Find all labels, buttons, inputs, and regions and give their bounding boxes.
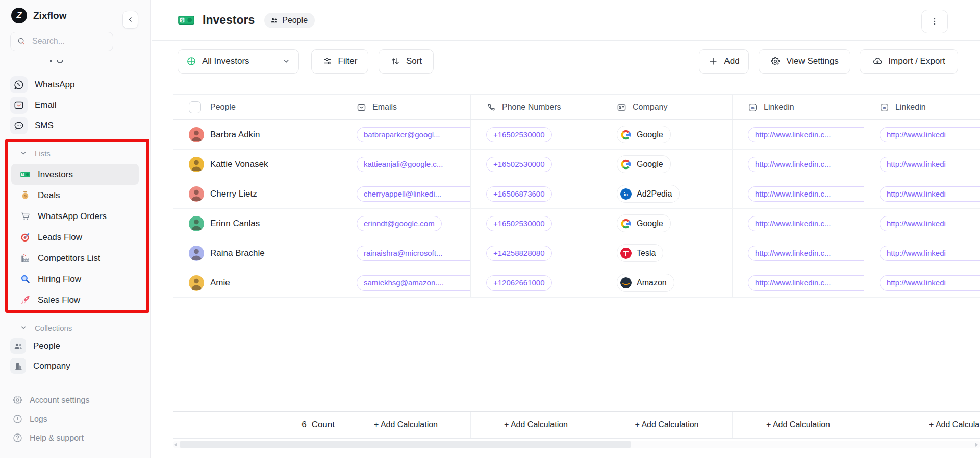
plus-icon bbox=[708, 56, 718, 66]
linkedin-pill[interactable]: http://www.linkedin.c... bbox=[748, 127, 864, 142]
view-selector-dropdown[interactable]: All Investors bbox=[178, 49, 299, 74]
company-chip[interactable]: Google bbox=[617, 214, 671, 232]
phone-pill[interactable]: +14258828080 bbox=[486, 246, 552, 261]
sidebar-utility: Account settingsLogsHelp & support bbox=[12, 391, 89, 447]
linkedin-pill[interactable]: http://www.linkedi bbox=[880, 186, 980, 202]
company-chip[interactable]: Tesla bbox=[617, 244, 663, 262]
sidebar-item-company[interactable]: Company bbox=[10, 356, 70, 376]
column-header-people[interactable]: People bbox=[173, 95, 341, 119]
scroll-left-icon[interactable] bbox=[174, 443, 177, 447]
linkedin-pill[interactable]: http://www.linkedin.c... bbox=[748, 186, 864, 202]
linkedin-pill[interactable]: http://www.linkedin.c... bbox=[748, 216, 864, 231]
email-cell: cherryappell@linkedi... bbox=[341, 179, 470, 208]
email-pill[interactable]: rainaishra@microsoft... bbox=[357, 246, 470, 261]
phone-cell: +16506873600 bbox=[470, 179, 601, 208]
people-cell[interactable]: Amie bbox=[173, 268, 341, 297]
phone-pill[interactable]: +16502530000 bbox=[486, 216, 552, 231]
company-cell: Amazon bbox=[601, 268, 732, 297]
column-header-company[interactable]: Company bbox=[601, 95, 732, 119]
sidebar-item-investors[interactable]: $Investors bbox=[11, 164, 139, 185]
sidebar-item-hiring-flow[interactable]: Hiring Flow bbox=[11, 269, 139, 290]
table-row[interactable]: Erinn Canlaserinndt@google.com+165025300… bbox=[173, 209, 980, 238]
column-header-linkedin[interactable]: inLinkedin bbox=[732, 95, 864, 119]
brand-logo-row[interactable]: Z Zixflow bbox=[11, 8, 66, 23]
add-calculation-button[interactable]: + Add Calculation bbox=[864, 412, 980, 438]
linkedin-pill[interactable]: http://www.linkedin.c... bbox=[748, 275, 864, 291]
import-export-button[interactable]: Import / Export bbox=[860, 49, 958, 74]
table-row[interactable]: Raina Brachlerainaishra@microsoft...+142… bbox=[173, 238, 980, 268]
column-header-linkedin-2[interactable]: inLinkedin bbox=[864, 95, 980, 119]
scrollbar-thumb[interactable] bbox=[180, 441, 631, 448]
phone-pill[interactable]: +12062661000 bbox=[486, 275, 552, 291]
people-cell[interactable]: Erinn Canlas bbox=[173, 209, 341, 238]
sidebar-item-sales-flow[interactable]: Sales Flow bbox=[11, 290, 139, 310]
search-box[interactable] bbox=[10, 32, 113, 51]
column-header-emails[interactable]: Emails bbox=[341, 95, 470, 119]
people-cell[interactable]: Raina Brachle bbox=[173, 238, 341, 268]
email-pill[interactable]: kattieanjali@google.c... bbox=[357, 157, 470, 172]
person-name: Barbra Adkin bbox=[210, 130, 260, 140]
email-pill[interactable]: batbraparker@googl... bbox=[357, 127, 470, 142]
select-all-checkbox[interactable] bbox=[189, 101, 201, 113]
email-cell: rainaishra@microsoft... bbox=[341, 238, 470, 268]
linkedin-pill[interactable]: http://www.linkedi bbox=[880, 127, 980, 142]
sidebar-collapse-button[interactable] bbox=[122, 11, 138, 29]
page-menu-button[interactable] bbox=[921, 10, 948, 33]
target-icon bbox=[20, 232, 31, 243]
email-cell: samiekhsg@amazon.... bbox=[341, 268, 470, 297]
table-row[interactable]: Cherry Lietzcherryappell@linkedi...+1650… bbox=[173, 179, 980, 209]
sidebar-item-account-settings[interactable]: Account settings bbox=[12, 391, 89, 409]
email-pill[interactable]: erinndt@google.com bbox=[357, 216, 442, 231]
company-chip[interactable]: Google bbox=[617, 126, 671, 143]
table-row[interactable]: Amiesamiekhsg@amazon....+12062661000Amaz… bbox=[173, 268, 980, 298]
sidebar-item-people[interactable]: People bbox=[10, 336, 70, 356]
linkedin-pill[interactable]: http://www.linkedin.c... bbox=[748, 246, 864, 261]
page-title: Investors bbox=[203, 13, 255, 27]
lists-section-header[interactable]: Lists bbox=[20, 147, 51, 159]
phone-pill[interactable]: +16502530000 bbox=[486, 157, 552, 172]
search-input[interactable] bbox=[31, 36, 99, 46]
linkedin-pill[interactable]: http://www.linkedi bbox=[880, 246, 980, 261]
collection-badge[interactable]: People bbox=[264, 13, 315, 28]
sidebar-item-whatsapp[interactable]: WhatsApp bbox=[10, 75, 74, 95]
email-pill[interactable]: cherryappell@linkedi... bbox=[357, 186, 470, 202]
horizontal-scrollbar[interactable] bbox=[173, 441, 980, 448]
phone-pill[interactable]: +16506873600 bbox=[486, 186, 552, 202]
add-calculation-button[interactable]: + Add Calculation bbox=[732, 412, 864, 438]
linkedin-pill[interactable]: http://www.linkedin.c... bbox=[748, 157, 864, 172]
sidebar-item-label: WhatsApp Orders bbox=[38, 211, 107, 222]
table-row[interactable]: Kattie Vonasekkattieanjali@google.c...+1… bbox=[173, 150, 980, 179]
add-calculation-label: + Add Calculation bbox=[374, 420, 438, 429]
scroll-right-icon[interactable] bbox=[975, 443, 978, 447]
add-calculation-button[interactable]: + Add Calculation bbox=[341, 412, 470, 438]
people-cell[interactable]: Cherry Lietz bbox=[173, 179, 341, 208]
linkedin-pill[interactable]: http://www.linkedi bbox=[880, 157, 980, 172]
collections-section-header[interactable]: Collections bbox=[20, 322, 72, 334]
sidebar-item-logs[interactable]: Logs bbox=[12, 409, 89, 428]
column-header-phone-numbers[interactable]: Phone Numbers bbox=[470, 95, 601, 119]
table-row[interactable]: Barbra Adkinbatbraparker@googl...+165025… bbox=[173, 120, 980, 150]
people-cell[interactable]: Barbra Adkin bbox=[173, 120, 341, 149]
view-settings-button[interactable]: View Settings bbox=[759, 49, 850, 74]
company-chip[interactable]: inAd2Pedia bbox=[617, 185, 680, 203]
people-cell[interactable]: Kattie Vonasek bbox=[173, 150, 341, 179]
filter-button[interactable]: Filter bbox=[311, 49, 368, 74]
add-calculation-button[interactable]: + Add Calculation bbox=[470, 412, 601, 438]
sort-button[interactable]: Sort bbox=[379, 49, 434, 74]
linkedin-pill[interactable]: http://www.linkedi bbox=[880, 275, 980, 291]
sidebar-item-whatsapp-orders[interactable]: WhatsApp Orders bbox=[11, 206, 139, 227]
sidebar-item-deals[interactable]: $Deals bbox=[11, 185, 139, 206]
add-calculation-button[interactable]: + Add Calculation bbox=[601, 412, 732, 438]
sidebar-item-help-support[interactable]: Help & support bbox=[12, 428, 89, 447]
sidebar-item-sms[interactable]: SMS bbox=[10, 115, 74, 136]
view-settings-label: View Settings bbox=[786, 56, 839, 66]
email-pill[interactable]: samiekhsg@amazon.... bbox=[357, 275, 470, 291]
add-record-button[interactable]: Add bbox=[699, 49, 749, 74]
company-chip[interactable]: Amazon bbox=[617, 274, 674, 292]
sidebar-item-email[interactable]: Email bbox=[10, 95, 74, 115]
phone-pill[interactable]: +16502530000 bbox=[486, 127, 552, 142]
sidebar-item-leads-flow[interactable]: Leads Flow bbox=[11, 227, 139, 248]
company-chip[interactable]: Google bbox=[617, 155, 671, 173]
sidebar-item-competitors-list[interactable]: Competitors List bbox=[11, 248, 139, 269]
linkedin-pill[interactable]: http://www.linkedi bbox=[880, 216, 980, 231]
